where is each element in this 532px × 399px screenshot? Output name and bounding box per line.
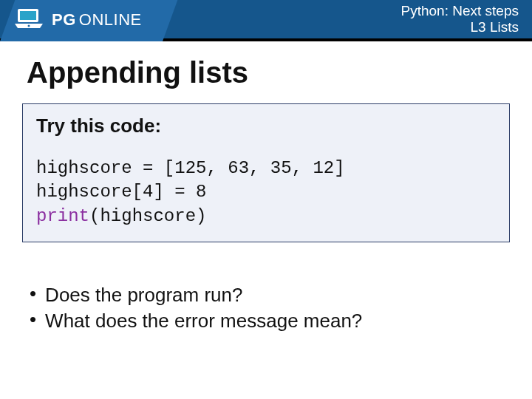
code-line-1: highscore = [125, 63, 35, 12] [36, 158, 345, 178]
brand-text: PG ONLINE [52, 10, 142, 30]
bullet-item: • What does the error message mean? [30, 310, 362, 332]
code-line-2: highscore[4] = 8 [36, 182, 206, 202]
brand-light: ONLINE [79, 10, 142, 30]
slide-root: PG ONLINE Python: Next steps L3 Lists Ap… [0, 0, 532, 399]
bullet-text: What does the error message mean? [45, 310, 362, 332]
slide-title: Appending lists [27, 56, 248, 89]
svg-rect-1 [20, 11, 36, 20]
bullet-list: • Does the program run? • What does the … [30, 281, 362, 332]
header-bar: PG ONLINE Python: Next steps L3 Lists [0, 0, 532, 41]
logo-inner: PG ONLINE [13, 7, 142, 33]
brand-bold: PG [52, 10, 76, 30]
code-block: highscore = [125, 63, 35, 12] highscore[… [36, 157, 496, 228]
keyword-print: print [36, 206, 89, 226]
panel-title: Try this code: [36, 115, 496, 137]
logo-area: PG ONLINE [0, 0, 170, 41]
course-title: Python: Next steps [401, 3, 519, 19]
bullet-dot-icon: • [30, 284, 36, 303]
bullet-item: • Does the program run? [30, 284, 362, 307]
header-subtitle: Python: Next steps L3 Lists [401, 3, 519, 36]
code-panel: Try this code: highscore = [125, 63, 35,… [22, 103, 510, 242]
svg-point-2 [28, 25, 30, 27]
laptop-icon [13, 7, 44, 33]
code-line-3-rest: (highscore) [89, 206, 206, 226]
lesson-title: L3 Lists [401, 19, 519, 35]
bullet-text: Does the program run? [45, 284, 242, 307]
bullet-dot-icon: • [30, 310, 36, 329]
code-line-3: print(highscore) [36, 206, 206, 226]
